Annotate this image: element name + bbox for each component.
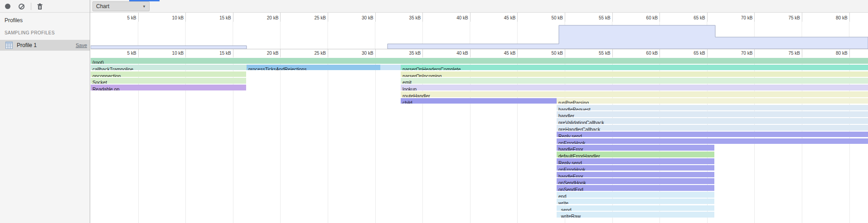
save-profile-link[interactable]: Save [76,43,87,48]
flame-bar-label: parserOnIncoming [401,73,441,77]
flame-bar-handleerror[interactable]: handleError [557,172,714,178]
ruler-tick [802,13,802,22]
flame-bar-send[interactable]: _send [557,205,714,211]
ruler-tick [185,13,186,22]
flame-bar-write[interactable]: write_ [557,199,714,204]
record-icon [5,4,10,9]
ruler-tick [565,49,565,57]
flame-bar-emit[interactable]: emit [401,78,868,84]
flame-bar-onerrorhook[interactable]: onErrorHook [557,138,868,144]
flame-bar-parseronheaderscomplete[interactable]: parserOnHeadersComplete [401,65,868,71]
flame-bar-reply-send[interactable]: Reply.send [557,132,868,138]
ruler-tick [849,49,850,57]
ruler-tick [328,49,328,57]
flame-bar-handlerequest[interactable]: handleRequest [557,105,868,111]
ruler-tick-label: 60 kB [646,15,658,20]
ruler-tick-label: 5 kB [127,51,136,56]
ruler-tick [280,13,281,22]
record-button[interactable] [2,1,14,12]
ruler-tick [565,13,565,22]
ruler-tick-label: 45 kB [504,51,516,56]
flame-bar-label: handler [557,113,574,117]
flame-bar-label: callbackTrampoline [91,66,133,71]
flame-bar-socket[interactable]: Socket [91,78,246,84]
flame-bar-label: Reply.send [557,133,582,138]
flame-bar-prehandlercallback[interactable]: preHandlerCallback [557,125,868,131]
clear-icon [19,4,24,9]
flame-bar-defaulterrorhandler[interactable]: defaultErrorHandler [557,152,714,157]
ruler-tick-label: 30 kB [362,51,373,56]
flame-bar-onconnection[interactable]: onconnection [91,71,246,77]
clear-all-button[interactable] [15,1,27,12]
ruler-tick-label: 30 kB [362,15,373,20]
ruler-tick [185,49,186,57]
ruler-tick [233,13,233,22]
flame-gridline [280,57,281,223]
ruler-tick-label: 75 kB [788,51,800,56]
flame-bar-label: end [557,194,567,198]
sampling-profiles-section-label: SAMPLING PROFILES [0,26,90,37]
ruler-tick [375,13,376,22]
ruler-tick-label: 35 kB [409,15,421,20]
flame-bar-label: onconnection [91,73,121,77]
flame-bar-processticksandrejections[interactable]: processTicksAndRejections [247,65,380,71]
ruler-tick-label: 70 kB [741,51,753,56]
flame-bar-reply-send[interactable]: Reply.send [557,158,714,164]
ruler-tick-label: 10 kB [172,51,184,56]
view-mode-value: Chart [96,3,109,9]
flame-gridline [375,57,376,223]
flame-bar-parseronincoming[interactable]: parserOnIncoming [401,71,868,77]
delete-profile-button[interactable] [34,1,46,12]
flame-bar-onerrorhook[interactable]: onErrorHook [557,165,714,171]
ruler-tick-label: 15 kB [219,15,231,20]
flame-bar-writeraw[interactable]: _writeRaw [557,212,714,218]
ruler-tick-label: 65 kB [693,51,705,56]
ruler-tick-label: 20 kB [267,51,279,56]
flame-bar-label: Reply.send [557,160,582,164]
flame-bar-callbacktrampoline[interactable]: callbackTrampoline [91,65,247,71]
flame-bar-label: Readable.on [91,86,120,90]
flame-bar-prevalidationcallback[interactable]: preValidationCallback [557,118,868,124]
toolbar-left-group [0,0,90,13]
flame-bar-runpreparsing[interactable]: runPreParsing [557,98,868,104]
flame-bar-handleerror[interactable]: handleError [557,145,714,151]
ruler-tick [659,49,660,57]
flame-bar-segment[interactable] [380,65,401,71]
flame-bar-label: _send [557,207,572,211]
flame-bar-label: parserOnHeadersComplete [401,66,461,71]
flame-bar-label: (root) [91,60,104,64]
flame-bar-end[interactable]: end [557,192,714,198]
flame-bar-lookup[interactable]: lookup [401,85,868,90]
flame-bar-label: Socket [91,80,107,84]
flame-gridline [328,57,328,223]
view-mode-select[interactable]: Chart ▼ [92,1,150,11]
flame-bar-label: write_ [557,200,571,204]
ruler-tick-label: 15 kB [219,51,231,56]
ruler-tick-label: 25 kB [314,51,326,56]
allocation-overview[interactable] [91,22,868,49]
flame-bar-routehandler[interactable]: routeHandler [401,91,868,97]
flame-bar-label: onErrorHook [557,167,586,171]
flame-bar-label: runPreParsing [557,100,589,104]
flame-bar-root[interactable]: (root) [91,58,868,64]
flame-bar-handler[interactable]: handler [557,111,868,117]
memory-ruler-bottom: 5 kB10 kB15 kB20 kB25 kB30 kB35 kB40 kB4… [91,49,868,57]
ruler-tick-label: 55 kB [599,51,611,56]
flame-bar-onsendend[interactable]: onSendEnd [557,185,714,191]
flame-bar-label: emit [401,80,412,84]
flame-bar-label: preValidationCallback [557,120,604,124]
sidebar-item-profile-1[interactable]: Profile 1 Save [0,40,90,51]
ruler-tick [470,49,470,57]
ruler-tick-label: 80 kB [836,15,848,20]
flame-bar-label: preHandlerCallback [557,127,600,131]
flame-bar-label: onErrorHook [557,140,586,144]
ruler-tick [138,13,139,22]
flame-bar-onsendhook[interactable]: onSendHook [557,178,714,184]
ruler-tick-label: 80 kB [836,51,848,56]
ruler-tick-label: 70 kB [741,15,753,20]
flame-bar-child[interactable]: child [401,98,557,104]
ruler-tick [375,49,376,57]
trash-icon [37,3,43,10]
flame-bar-label: child [401,100,412,104]
flame-bar-readable-on[interactable]: Readable.on [91,85,246,90]
